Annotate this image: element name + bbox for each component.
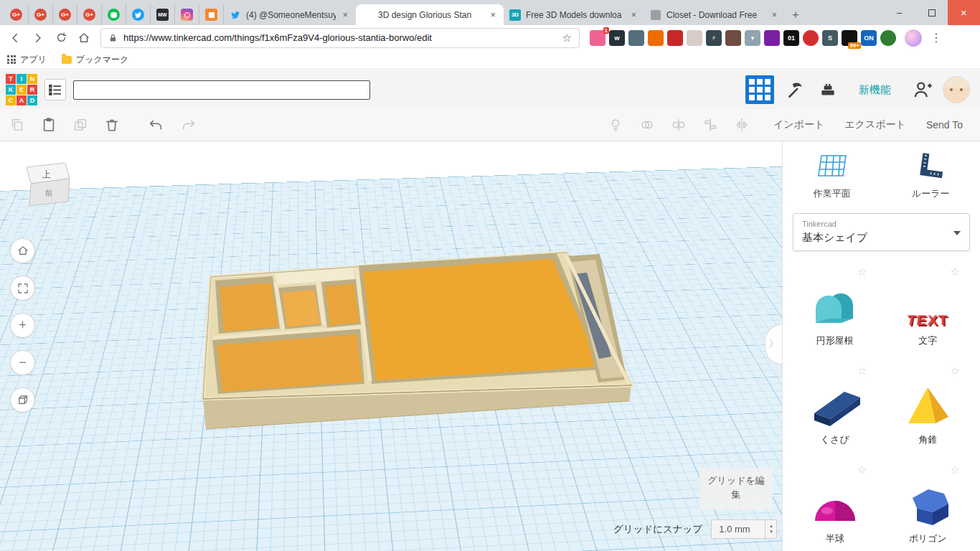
ungroup-icon[interactable] — [669, 115, 689, 135]
workplane-tool[interactable]: 作業平面 — [783, 153, 882, 200]
shape-wedge[interactable]: ☆ くさび — [788, 366, 882, 446]
extension-icon[interactable]: ⚡ — [706, 30, 722, 46]
tab-close-icon[interactable]: × — [628, 9, 639, 20]
user-avatar[interactable] — [943, 76, 970, 103]
pinned-tab-line[interactable] — [102, 4, 126, 25]
tab-strip: G+ G+ G+ G+ MW (4) @SomeoneMentsuy... × … — [0, 0, 980, 25]
extension-icon[interactable]: ON — [861, 30, 877, 46]
pinned-tab-instagram[interactable] — [175, 4, 199, 25]
snap-controls: グリッドにスナップ 1.0 mm ▲▼ — [613, 519, 777, 539]
perspective-toggle-button[interactable] — [10, 387, 35, 413]
3d-viewport[interactable]: 上 前 + − グリッドを編集 グリッドにスナップ 1.0 mm ▲▼ 〉 — [0, 141, 782, 551]
pinned-tab-orange[interactable] — [199, 4, 224, 25]
pinned-tab-gplus[interactable]: G+ — [77, 4, 102, 25]
new-features-link[interactable]: 新機能 — [859, 83, 891, 97]
new-tab-button[interactable]: + — [785, 4, 806, 25]
ruler-tool[interactable]: ルーラー — [882, 153, 980, 200]
pinned-tab-twitter[interactable] — [126, 4, 151, 25]
reload-button[interactable] — [52, 29, 70, 47]
tab-free-3d-models[interactable]: 3D Free 3D Models downloa × — [504, 4, 644, 25]
view-cube[interactable]: 上 前 — [18, 156, 97, 220]
shape-round-roof[interactable]: ☆ 円形屋根 — [788, 267, 882, 347]
duplicate-icon[interactable] — [70, 115, 90, 135]
back-button[interactable] — [6, 29, 24, 47]
extension-icon[interactable] — [687, 30, 702, 46]
edit-grid-button[interactable]: グリッドを編集 — [699, 468, 773, 509]
extension-icon[interactable] — [667, 30, 683, 46]
send-to-button[interactable]: Send To — [916, 113, 973, 136]
bookmark-star-icon[interactable]: ☆ — [562, 32, 572, 44]
3d-model[interactable] — [0, 141, 782, 551]
paste-icon[interactable] — [39, 115, 59, 135]
favorite-star-icon[interactable]: ☆ — [857, 463, 867, 476]
import-button[interactable]: インポート — [763, 113, 834, 137]
extension-icon[interactable]: S — [822, 30, 838, 46]
bricks-icon[interactable] — [816, 77, 840, 102]
address-bar[interactable]: https://www.tinkercad.com/things/f1x6mFz… — [100, 28, 580, 48]
favorite-star-icon[interactable]: ☆ — [951, 364, 960, 377]
tab-close-icon[interactable]: × — [769, 9, 779, 20]
design-properties-button[interactable] — [44, 79, 66, 100]
close-button[interactable]: × — [948, 0, 980, 25]
invite-person-icon[interactable] — [910, 77, 934, 102]
favorite-star-icon[interactable]: ☆ — [857, 265, 867, 278]
zoom-in-button[interactable]: + — [10, 313, 35, 338]
favorite-star-icon[interactable]: ☆ — [857, 364, 867, 377]
tab-tinkercad-active[interactable]: 3D design Glorious Stan × — [356, 4, 504, 25]
shapes-panel: 作業平面 ルーラー Tinkercad 基本シェイプ ☆ 円形 — [782, 141, 980, 551]
tab-twitter-mentions[interactable]: (4) @SomeoneMentsuy... × — [224, 4, 356, 25]
export-button[interactable]: エクスポート — [834, 113, 916, 137]
extension-icon[interactable] — [764, 30, 780, 46]
design-title-input[interactable] — [73, 80, 370, 100]
pinned-tab-gplus[interactable]: G+ — [53, 4, 77, 25]
maximize-button[interactable] — [915, 0, 948, 25]
shape-pyramid[interactable]: ☆ 角錐 — [882, 366, 975, 446]
snap-spinner-icons[interactable]: ▲▼ — [765, 520, 776, 538]
extension-icon[interactable]: 99+ — [842, 30, 857, 46]
chrome-menu-icon[interactable]: ⋮ — [930, 32, 942, 44]
copy-icon[interactable] — [7, 115, 27, 135]
apps-shortcut[interactable]: アプリ — [7, 54, 47, 66]
home-view-button[interactable] — [10, 238, 35, 263]
tab-closet-download[interactable]: Closet - Download Free × — [644, 4, 785, 25]
pinned-tab-gplus[interactable]: G+ — [4, 4, 29, 25]
align-icon[interactable] — [700, 115, 720, 135]
snap-value-dropdown[interactable]: 1.0 mm ▲▼ — [711, 519, 777, 539]
favorite-star-icon[interactable]: ☆ — [951, 265, 960, 278]
extension-icon[interactable]: 1 — [590, 30, 606, 46]
tab-close-icon[interactable]: × — [340, 9, 350, 20]
favorite-star-icon[interactable]: ☆ — [951, 463, 960, 476]
show-all-lightbulb-icon[interactable] — [606, 115, 626, 135]
extension-icon[interactable]: ▾ — [745, 30, 760, 46]
mirror-flip-icon[interactable] — [732, 115, 752, 135]
extension-icon[interactable]: 01 — [783, 30, 799, 46]
minimize-button[interactable]: – — [883, 0, 915, 25]
forward-button[interactable] — [29, 29, 47, 47]
tinkercad-logo[interactable]: TIN KER CAD — [6, 74, 37, 105]
extension-icon[interactable] — [725, 30, 741, 46]
pinned-tab-mw[interactable]: MW — [151, 4, 175, 25]
home-button[interactable] — [75, 29, 93, 47]
minecraft-pickaxe-icon[interactable] — [783, 77, 807, 102]
shape-hemisphere[interactable]: ☆ 半球 — [788, 465, 882, 545]
pinned-tab-gplus[interactable]: G+ — [29, 4, 53, 25]
undo-icon[interactable] — [146, 115, 166, 135]
dashboard-grid-button[interactable] — [745, 75, 774, 104]
tab-close-icon[interactable]: × — [488, 9, 498, 20]
bookmarks-folder[interactable]: ブックマーク — [62, 54, 128, 66]
group-icon[interactable] — [637, 115, 657, 135]
chrome-profile-avatar[interactable] — [905, 29, 922, 47]
extension-icon[interactable] — [880, 30, 896, 46]
shape-polygon[interactable]: ☆ ポリゴン — [882, 465, 975, 545]
shape-text[interactable]: ☆ TEXT 文字 — [882, 267, 975, 347]
secure-lock-icon[interactable] — [108, 33, 118, 43]
delete-icon[interactable] — [102, 115, 122, 135]
extension-icon[interactable]: w — [609, 30, 625, 46]
extension-icon[interactable] — [803, 30, 819, 46]
fit-view-button[interactable] — [10, 276, 35, 301]
extension-icon[interactable] — [648, 30, 664, 46]
redo-icon[interactable] — [178, 115, 198, 135]
extension-icon[interactable] — [628, 30, 644, 46]
zoom-out-button[interactable]: − — [10, 350, 35, 375]
shape-library-select[interactable]: Tinkercad 基本シェイプ — [793, 213, 970, 251]
